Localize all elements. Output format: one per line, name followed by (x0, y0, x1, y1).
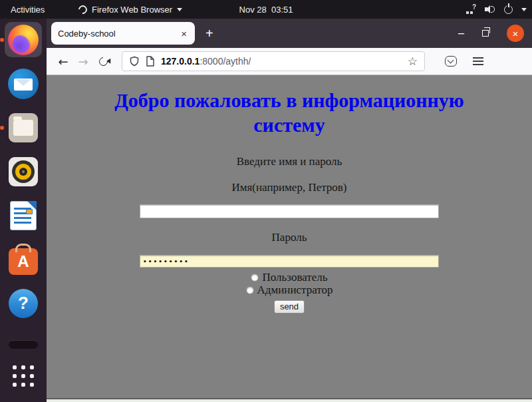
firefox-icon (76, 3, 88, 15)
show-applications-icon (13, 365, 34, 387)
volume-icon (485, 5, 495, 14)
navigation-bar: ← → 127.0.0.1:8000/aythh/ ☆ (47, 48, 532, 75)
reload-button[interactable] (97, 55, 109, 67)
running-indicator (0, 126, 4, 130)
desktop-screen: Activities Firefox Web Browser Nov 28 03… (0, 0, 532, 402)
ubuntu-software-icon: A (9, 248, 38, 275)
shield-icon[interactable] (129, 56, 140, 67)
tab-title: Codeby-school (58, 29, 180, 39)
tab-codeby-school[interactable]: Codeby-school × (51, 22, 195, 45)
password-label: Пароль (47, 231, 532, 244)
ubuntu-top-bar: Activities Firefox Web Browser Nov 28 03… (0, 0, 532, 19)
dock-item-files[interactable] (5, 110, 42, 145)
intro-text: Введите имя и пароль (47, 155, 532, 168)
dock-item-thunderbird[interactable] (5, 66, 42, 101)
radio-option-admin[interactable]: Администратор (47, 284, 532, 296)
url-text: 127.0.0.1:8000/aythh/ (161, 56, 251, 67)
activities-button[interactable]: Activities (0, 0, 55, 19)
running-indicator (0, 38, 4, 42)
network-question-icon: ? (466, 5, 476, 14)
tab-close-icon[interactable]: × (180, 28, 188, 39)
url-bar[interactable]: 127.0.0.1:8000/aythh/ ☆ (122, 51, 425, 71)
app-menu-label: Firefox Web Browser (92, 5, 172, 15)
show-applications-button[interactable] (5, 358, 42, 393)
dock-item-firefox[interactable] (5, 22, 42, 57)
dock: A ? (0, 19, 47, 402)
rhythmbox-icon (9, 157, 38, 186)
back-button[interactable]: ← (53, 55, 73, 69)
page-title: Добро пожаловать в информационную систем… (110, 88, 469, 137)
desktop-edge-strip (47, 398, 532, 402)
files-icon (9, 113, 38, 142)
dock-item-dark-app[interactable] (5, 329, 42, 349)
close-button[interactable]: × (507, 25, 524, 42)
url-path: :8000/aythh/ (200, 56, 251, 67)
page-content: Добро пожаловать в информационную систем… (47, 76, 532, 398)
radio-icon[interactable] (246, 286, 254, 294)
send-button[interactable]: send (274, 300, 305, 313)
libreoffice-writer-icon (10, 201, 37, 230)
caret-down-icon (177, 8, 182, 11)
dock-item-rhythmbox[interactable] (5, 154, 42, 189)
firefox-icon (8, 25, 39, 55)
window-controls: – × (458, 19, 524, 48)
maximize-button[interactable] (482, 30, 489, 37)
forward-button[interactable]: → (73, 55, 93, 69)
menu-hamburger-icon[interactable] (473, 57, 483, 65)
name-input[interactable] (140, 204, 439, 218)
bookmark-star-icon[interactable]: ☆ (408, 55, 418, 68)
system-status-area[interactable]: ? (466, 0, 527, 19)
name-label: Имя(например, Петров) (47, 181, 532, 194)
dock-item-help[interactable]: ? (5, 286, 42, 321)
url-host: 127.0.0.1 (161, 56, 200, 67)
radio-option-user[interactable]: Пользователь (47, 272, 532, 284)
dock-item-ubuntu-software[interactable]: A (5, 242, 42, 277)
pocket-icon[interactable] (445, 56, 457, 67)
password-input[interactable] (140, 255, 439, 268)
radio-icon[interactable] (251, 274, 259, 282)
new-tab-button[interactable]: + (205, 26, 213, 41)
radio-label-user: Пользователь (262, 272, 327, 284)
thunderbird-icon (8, 69, 39, 99)
radio-label-admin: Администратор (257, 284, 333, 296)
power-icon (504, 5, 513, 14)
page-info-icon[interactable] (146, 56, 155, 67)
dock-item-libreoffice-writer[interactable] (5, 198, 42, 233)
help-icon: ? (9, 289, 38, 318)
firefox-window: Codeby-school × + – × ← → (47, 19, 532, 398)
dark-app-icon (9, 340, 38, 349)
minimize-button[interactable]: – (458, 30, 464, 37)
caret-down-icon (521, 8, 527, 11)
tab-bar: Codeby-school × + – × (47, 19, 532, 48)
app-menu-button[interactable]: Firefox Web Browser (78, 0, 182, 19)
